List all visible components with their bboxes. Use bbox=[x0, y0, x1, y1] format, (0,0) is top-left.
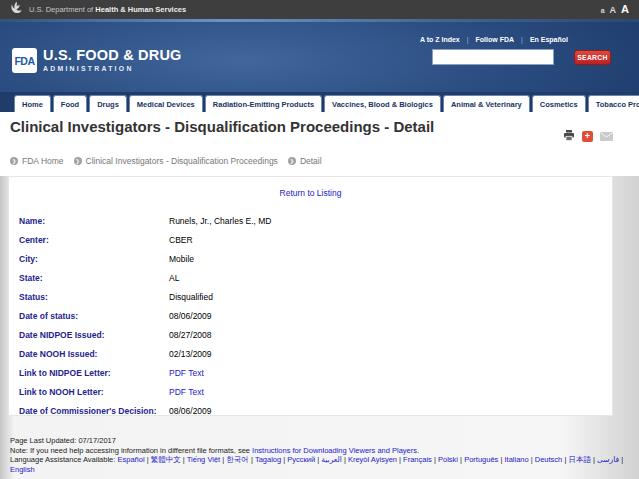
field-value: 08/27/2008 bbox=[169, 326, 212, 345]
fda-header: FDA U.S. FOOD & DRUG ADMINISTRATION A to… bbox=[0, 22, 639, 92]
footer-note-period: . bbox=[417, 446, 419, 455]
hhs-top-bar: U.S. Department of Health & Human Servic… bbox=[0, 0, 639, 19]
viewers-players-link[interactable]: Instructions for Downloading Viewers and… bbox=[252, 446, 417, 455]
hhs-text-prefix: U.S. Department of bbox=[29, 5, 93, 14]
language-link-english[interactable]: English bbox=[10, 465, 35, 474]
field-row-state: State:AL bbox=[19, 269, 612, 288]
detail-fields: Name:Runels, Jr., Charles E., MDCenter:C… bbox=[19, 212, 612, 421]
field-label: City: bbox=[19, 250, 169, 269]
email-icon[interactable] bbox=[600, 127, 613, 145]
field-label: Status: bbox=[19, 288, 169, 307]
detail-panel: Return to Listing Name:Runels, Jr., Char… bbox=[8, 176, 613, 416]
nav-tab-cosmetics[interactable]: Cosmetics bbox=[532, 95, 586, 112]
footer-note-text: Note: If you need help accessing informa… bbox=[10, 446, 252, 455]
primary-nav: HomeFoodDrugsMedical DevicesRadiation-Em… bbox=[0, 92, 639, 112]
field-value: Disqualified bbox=[169, 288, 213, 307]
content-section: Return to Listing Name:Runels, Jr., Char… bbox=[0, 176, 639, 479]
font-size-control-1[interactable]: A bbox=[610, 6, 617, 15]
field-value: CBER bbox=[169, 231, 193, 250]
language-link-5[interactable]: Русский bbox=[287, 455, 315, 464]
fda-webpage: U.S. Department of Health & Human Servic… bbox=[0, 0, 639, 479]
page-action-icons: + bbox=[563, 127, 613, 145]
field-label: Link to NIDPOE Letter: bbox=[19, 364, 169, 383]
field-row-center: Center:CBER bbox=[19, 231, 612, 250]
field-row-date-of-commissioner-s-decision: Date of Commissioner's Decision:08/06/20… bbox=[19, 402, 612, 421]
font-size-control-2[interactable]: A bbox=[621, 4, 629, 15]
nav-tab-animal-veterinary[interactable]: Animal & Veterinary bbox=[443, 95, 530, 112]
breadcrumb-label: FDA Home bbox=[22, 156, 64, 166]
pdf-link[interactable]: PDF bbox=[169, 368, 186, 378]
page-footer: Page Last Updated: 07/17/2017 Note: If y… bbox=[10, 436, 630, 474]
field-label: Name: bbox=[19, 212, 169, 231]
breadcrumb: ❯FDA Home❯Clinical Investigators - Disqu… bbox=[10, 156, 322, 166]
language-link-14[interactable]: فارسی bbox=[597, 455, 619, 464]
field-row-date-nidpoe-issued: Date NIDPOE Issued:08/27/2008 bbox=[19, 326, 612, 345]
language-link-ti-ng-vi-t[interactable]: Tiếng Việt bbox=[187, 455, 220, 464]
field-label: Date of Commissioner's Decision: bbox=[19, 402, 169, 421]
nav-tab-food[interactable]: Food bbox=[53, 95, 87, 112]
field-links: PDF Text bbox=[169, 364, 204, 383]
nav-tab-drugs[interactable]: Drugs bbox=[89, 95, 127, 112]
nav-tab-radiation-emitting-products[interactable]: Radiation-Emitting Products bbox=[205, 95, 322, 112]
text-link[interactable]: Text bbox=[188, 368, 204, 378]
return-to-listing-link[interactable]: Return to Listing bbox=[9, 177, 612, 198]
language-link-1[interactable]: 繁體中文 bbox=[151, 455, 181, 464]
search-button[interactable]: SEARCH bbox=[574, 50, 611, 65]
field-value: Mobile bbox=[169, 250, 194, 269]
pdf-link[interactable]: PDF bbox=[169, 387, 186, 397]
nav-tab-medical-devices[interactable]: Medical Devices bbox=[129, 95, 203, 112]
field-label: Link to NOOH Letter: bbox=[19, 383, 169, 402]
language-link-fran-ais[interactable]: Français bbox=[403, 455, 432, 464]
font-size-control-0[interactable]: a bbox=[601, 7, 605, 14]
hhs-text-bold: Health & Human Services bbox=[95, 5, 186, 14]
field-value: Runels, Jr., Charles E., MD bbox=[169, 212, 272, 231]
language-link-6[interactable]: العربية bbox=[321, 455, 342, 464]
hhs-department-text: U.S. Department of Health & Human Servic… bbox=[29, 5, 186, 14]
language-link-portugu-s[interactable]: Português bbox=[464, 455, 498, 464]
language-link-deutsch[interactable]: Deutsch bbox=[535, 455, 563, 464]
last-updated-text: Page Last Updated: 07/17/2017 bbox=[10, 436, 630, 446]
language-link-tagalog[interactable]: Tagalog bbox=[255, 455, 281, 464]
search-input[interactable] bbox=[432, 49, 554, 65]
nav-tab-home[interactable]: Home bbox=[14, 95, 51, 112]
breadcrumb-arrow-icon: ❯ bbox=[10, 157, 18, 165]
language-link-polski[interactable]: Polski bbox=[438, 455, 458, 464]
text-link[interactable]: Text bbox=[188, 387, 204, 397]
field-label: State: bbox=[19, 269, 169, 288]
fda-wordmark-line1: U.S. FOOD & DRUG bbox=[43, 47, 182, 63]
field-label: Date of status: bbox=[19, 307, 169, 326]
header-link-a-to-z-index[interactable]: A to Z Index bbox=[420, 36, 460, 43]
field-label: Center: bbox=[19, 231, 169, 250]
footer-note: Note: If you need help accessing informa… bbox=[10, 446, 630, 456]
field-row-status: Status:Disqualified bbox=[19, 288, 612, 307]
fda-logo[interactable]: FDA bbox=[12, 48, 37, 73]
nav-tab-vaccines-blood-biologics[interactable]: Vaccines, Blood & Biologics bbox=[324, 95, 441, 112]
language-link-espa-ol[interactable]: Español bbox=[117, 455, 144, 464]
field-value: 08/06/2009 bbox=[169, 307, 212, 326]
print-icon[interactable] bbox=[563, 127, 575, 145]
breadcrumb-arrow-icon: ❯ bbox=[74, 157, 82, 165]
field-row-date-of-status: Date of status:08/06/2009 bbox=[19, 307, 612, 326]
fda-wordmark-line2: ADMINISTRATION bbox=[43, 65, 182, 72]
field-label: Date NIDPOE Issued: bbox=[19, 326, 169, 345]
header-search: SEARCH bbox=[432, 49, 611, 65]
share-plus-icon[interactable]: + bbox=[582, 131, 593, 142]
language-link-3[interactable]: 한국어 bbox=[226, 455, 249, 464]
nav-tabs: HomeFoodDrugsMedical DevicesRadiation-Em… bbox=[14, 95, 639, 112]
language-assistance: Language Assistance Available: Español |… bbox=[10, 455, 630, 474]
language-assistance-label: Language Assistance Available: bbox=[10, 455, 117, 464]
breadcrumb-item-detail[interactable]: ❯Detail bbox=[288, 156, 322, 166]
field-links: PDF Text bbox=[169, 383, 204, 402]
language-link-italiano[interactable]: Italiano bbox=[504, 455, 528, 464]
hhs-branding[interactable]: U.S. Department of Health & Human Servic… bbox=[10, 1, 186, 19]
breadcrumb-item-fda-home[interactable]: ❯FDA Home bbox=[10, 156, 64, 166]
nav-tab-tobacco-products[interactable]: Tobacco Products bbox=[588, 95, 639, 112]
breadcrumb-item-clinical-investigators-disqualification-proceedings[interactable]: ❯Clinical Investigators - Disqualificati… bbox=[74, 156, 278, 166]
language-link-krey-l-ayisyen[interactable]: Kreyòl Ayisyen bbox=[348, 455, 397, 464]
header-link-separator: | bbox=[467, 36, 469, 43]
language-link-13[interactable]: 日本語 bbox=[568, 455, 591, 464]
header-link-follow-fda[interactable]: Follow FDA bbox=[476, 36, 515, 43]
breadcrumb-label: Clinical Investigators - Disqualificatio… bbox=[86, 156, 278, 166]
header-link-en-espa-ol[interactable]: En Español bbox=[530, 36, 568, 43]
field-row-link-to-nooh-letter: Link to NOOH Letter:PDF Text bbox=[19, 383, 612, 402]
